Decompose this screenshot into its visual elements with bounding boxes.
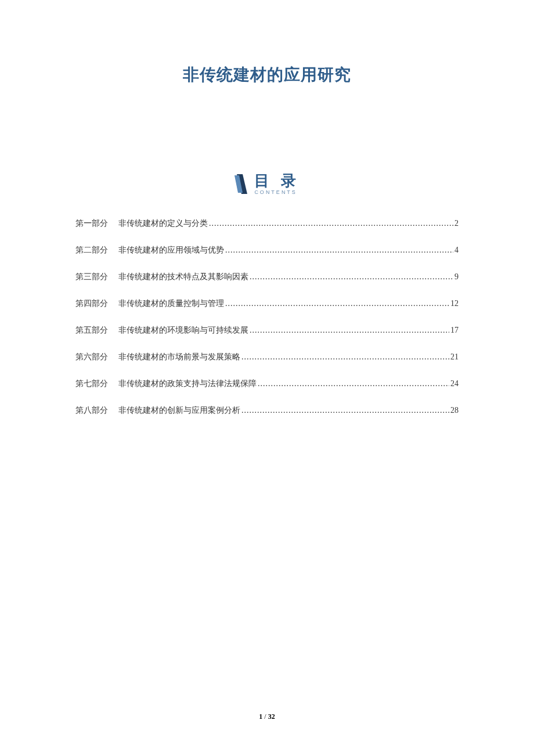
- toc-chapter-label: 非传统建材的应用领域与优势: [118, 245, 224, 255]
- toc-dots: [241, 352, 449, 362]
- toc-part-label: 第三部分: [75, 272, 108, 282]
- toc-part-label: 第五部分: [75, 325, 108, 336]
- toc-row: 第七部分 非传统建材的政策支持与法律法规保障 24: [75, 379, 459, 389]
- toc-title: 目 录: [254, 173, 299, 188]
- toc-list: 第一部分 非传统建材的定义与分类 2 第二部分 非传统建材的应用领域与优势 4 …: [75, 218, 459, 416]
- toc-part-label: 第四部分: [75, 298, 108, 309]
- toc-chapter-label: 非传统建材的环境影响与可持续发展: [118, 325, 248, 336]
- toc-dots: [250, 326, 449, 335]
- toc-title-wrap: 目 录 CONTENTS: [254, 173, 299, 195]
- page-separator: /: [262, 712, 268, 721]
- toc-page-number: 9: [454, 272, 459, 282]
- toc-icon: [234, 173, 250, 195]
- page-footer: 1 / 32: [0, 712, 534, 721]
- toc-chapter-label: 非传统建材的创新与应用案例分析: [118, 405, 240, 416]
- toc-dots: [225, 299, 449, 308]
- toc-part-label: 第八部分: [75, 405, 108, 416]
- toc-part-label: 第六部分: [75, 352, 108, 362]
- toc-page-number: 24: [450, 379, 459, 388]
- toc-chapter-label: 非传统建材的市场前景与发展策略: [118, 352, 240, 362]
- toc-part-label: 第二部分: [75, 245, 108, 255]
- toc-page-number: 17: [450, 326, 459, 335]
- toc-page-number: 12: [450, 299, 459, 308]
- toc-chapter-label: 非传统建材的技术特点及其影响因素: [118, 272, 248, 282]
- toc-dots: [250, 272, 453, 282]
- toc-chapter-label: 非传统建材的质量控制与管理: [118, 298, 224, 309]
- toc-part-label: 第一部分: [75, 218, 108, 229]
- toc-page-number: 2: [454, 219, 459, 228]
- toc-page-number: 28: [450, 406, 459, 415]
- toc-row: 第四部分 非传统建材的质量控制与管理 12: [75, 298, 459, 309]
- toc-header: 目 录 CONTENTS: [75, 173, 459, 195]
- toc-subtitle: CONTENTS: [254, 189, 297, 195]
- document-title: 非传统建材的应用研究: [75, 64, 459, 86]
- toc-page-number: 4: [454, 246, 459, 255]
- toc-dots: [258, 379, 449, 388]
- toc-row: 第一部分 非传统建材的定义与分类 2: [75, 218, 459, 229]
- toc-chapter-label: 非传统建材的政策支持与法律法规保障: [118, 379, 257, 389]
- toc-dots: [225, 246, 453, 255]
- document-page: 非传统建材的应用研究 目 录 CONTENTS 第一部分 非传统建材的定义与分类…: [0, 0, 534, 756]
- toc-row: 第三部分 非传统建材的技术特点及其影响因素 9: [75, 272, 459, 282]
- toc-row: 第二部分 非传统建材的应用领域与优势 4: [75, 245, 459, 255]
- toc-row: 第五部分 非传统建材的环境影响与可持续发展 17: [75, 325, 459, 336]
- toc-page-number: 21: [450, 352, 459, 362]
- toc-row: 第六部分 非传统建材的市场前景与发展策略 21: [75, 352, 459, 362]
- toc-part-label: 第七部分: [75, 379, 108, 389]
- toc-chapter-label: 非传统建材的定义与分类: [118, 218, 208, 229]
- toc-row: 第八部分 非传统建材的创新与应用案例分析 28: [75, 405, 459, 416]
- page-total: 32: [268, 712, 275, 721]
- toc-dots: [209, 219, 453, 228]
- toc-dots: [241, 406, 449, 415]
